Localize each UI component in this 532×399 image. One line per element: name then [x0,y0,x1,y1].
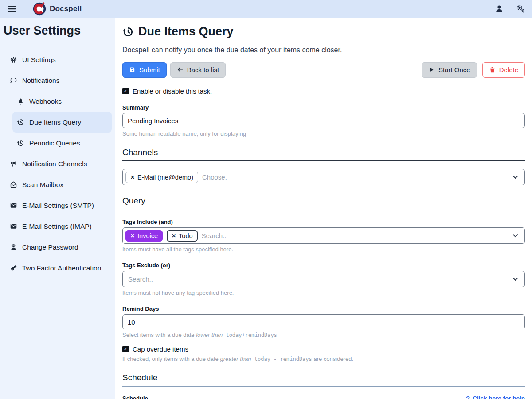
summary-helper: Some human readable name, only for displ… [122,130,525,137]
channels-select[interactable]: ✕ E-Mail (me@demo) Choose. [122,169,525,185]
sidebar: User Settings UI Settings Notifications … [0,18,115,399]
helper-text: If checked, only items with a due date [122,356,220,362]
history-icon [122,26,134,38]
sidebar-item-label: E-Mail Settings (IMAP) [22,223,92,231]
summary-input[interactable] [122,113,525,128]
enable-task-checkbox-row[interactable]: ✓ Enable or disable this task. [122,87,525,95]
enable-task-label: Enable or disable this task. [133,87,212,95]
bell-icon [17,98,24,105]
sidebar-title: User Settings [0,22,115,38]
tags-exclude-placeholder: Search.. [125,275,153,283]
envelope-icon [10,202,17,209]
sidebar-item-notification-channels[interactable]: Notification Channels [5,153,112,174]
back-to-list-button[interactable]: Back to list [170,62,226,78]
sidebar-item-label: Scan Mailbox [22,181,63,189]
remove-chip-icon[interactable]: ✕ [172,233,176,239]
envelope-icon [10,223,17,230]
arrow-left-icon [177,66,184,73]
start-once-button[interactable]: Start Once [422,62,477,78]
sidebar-item-label: Notification Channels [22,160,87,168]
sidebar-item-periodic-queries[interactable]: Periodic Queries [12,133,112,153]
helper-text: are considered. [312,356,353,362]
remind-days-helper: Select items with a due date lower than … [122,332,525,338]
chevron-down-icon [512,175,518,179]
tags-include-helper: Items must have all the tags specified h… [122,246,525,253]
tag-chip-invoice[interactable]: ✕ Invoice [125,230,163,242]
start-once-label: Start Once [438,66,470,74]
remove-chip-icon[interactable]: ✕ [130,174,135,180]
cap-overdue-checkbox-row[interactable]: ✓ Cap overdue items [122,345,525,353]
schedule-section-header: Schedule [122,373,525,387]
page-description: Docspell can notify you once the due dat… [122,46,525,54]
sidebar-item-webhooks[interactable]: Webhooks [12,91,112,112]
cap-overdue-helper: If checked, only items with a due date g… [122,356,525,362]
sidebar-item-label: Change Password [22,243,78,251]
save-icon [129,66,136,73]
remove-chip-icon[interactable]: ✕ [130,233,135,239]
tags-include-select[interactable]: ✕ Invoice ✕ Todo Search.. [122,227,525,244]
helper-text: Select items with a due date [122,332,196,338]
tags-exclude-label: Tags Exclude (or) [122,262,525,269]
submit-button[interactable]: Submit [122,62,167,78]
submit-label: Submit [139,66,160,74]
sidebar-item-ui-settings[interactable]: UI Settings [5,49,112,70]
sidebar-item-notifications[interactable]: Notifications [5,70,112,91]
helper-code: today+remindDays [223,332,277,338]
cap-overdue-label: Cap overdue items [133,345,188,353]
delete-label: Delete [499,66,518,74]
app-title: Docspell [50,4,82,13]
sidebar-item-label: Webhooks [29,98,62,106]
menu-icon[interactable] [7,4,17,14]
user-icon[interactable] [495,4,504,13]
docspell-logo-icon [33,2,46,16]
helper-code: today - remindDays [251,356,312,362]
sidebar-item-label: Periodic Queries [29,139,80,147]
main-content: Due Items Query Docspell can notify you … [115,18,532,399]
page-title: Due Items Query [122,25,525,39]
sidebar-item-two-factor[interactable]: Two Factor Authentication [5,258,112,278]
play-icon [428,66,435,73]
trash-icon [489,66,496,73]
channels-placeholder: Choose. [202,173,227,181]
gear-icon [10,56,17,63]
key-icon [10,264,17,272]
comment-icon [10,77,17,84]
envelope-open-icon [10,181,17,188]
remind-days-input[interactable] [122,314,525,329]
back-label: Back to list [187,66,219,74]
top-bar: Docspell [0,0,532,18]
tags-include-placeholder: Search.. [202,232,227,239]
sidebar-item-scan-mailbox[interactable]: Scan Mailbox [5,174,112,195]
checkbox-checked-icon[interactable]: ✓ [122,346,129,352]
tag-chip-label: Todo [179,232,192,239]
history-icon [17,118,24,126]
sidebar-item-label: Two Factor Authentication [22,264,101,272]
tags-exclude-helper: Items must not have any tag specified he… [122,289,525,296]
schedule-help-link[interactable]: ? Click here for help [466,395,525,399]
question-icon: ? [466,395,470,399]
brand[interactable]: Docspell [33,2,82,16]
sidebar-item-due-items-query[interactable]: Due Items Query [12,112,112,133]
chevron-down-icon [512,277,518,281]
bullhorn-icon [10,160,17,168]
remind-days-label: Remind Days [122,305,525,312]
sidebar-item-label: UI Settings [22,56,56,64]
sidebar-item-email-imap[interactable]: E-Mail Settings (IMAP) [5,216,112,237]
channel-chip[interactable]: ✕ E-Mail (me@demo) [125,172,198,183]
channels-section-header: Channels [122,148,525,161]
tag-chip-label: Invoice [137,232,158,239]
tag-chip-todo[interactable]: ✕ Todo [167,230,198,242]
sidebar-item-email-smtp[interactable]: E-Mail Settings (SMTP) [5,195,112,216]
tags-exclude-select[interactable]: Search.. [122,271,525,287]
tags-include-label: Tags Include (and) [122,219,525,225]
user-secret-icon [10,243,17,251]
gears-icon[interactable] [516,4,525,13]
delete-button[interactable]: Delete [482,62,525,78]
help-link-label: Click here for help [473,395,525,399]
query-section-header: Query [122,196,525,209]
page-title-text: Due Items Query [138,25,234,39]
checkbox-checked-icon[interactable]: ✓ [122,88,129,94]
sidebar-item-change-password[interactable]: Change Password [5,237,112,258]
sidebar-item-label: Notifications [22,77,59,85]
sidebar-item-label: Due Items Query [29,118,81,126]
